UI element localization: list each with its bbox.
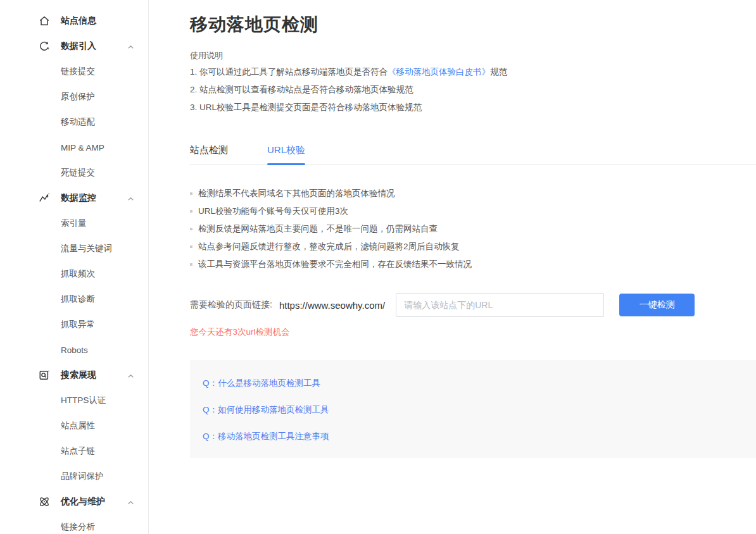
main-content: 移动落地页检测 使用说明 1. 你可以通过此工具了解站点移动端落地页是否符合《移… (190, 0, 756, 458)
sidebar-item-crawl-exception[interactable]: 抓取异常 (0, 312, 148, 337)
usage-heading: 使用说明 (190, 51, 756, 61)
instructions: 1. 你可以通过此工具了解站点移动端落地页是否符合《移动落地页体验白皮书》规范 … (190, 63, 756, 116)
site-base-url: https://www.seowhy.com/ (279, 300, 385, 311)
form-label: 需要检验的页面链接: (190, 299, 272, 311)
faq-link-what-is[interactable]: Q：什么是移动落地页检测工具 (203, 377, 756, 390)
chevron-up-icon[interactable] (127, 42, 135, 51)
faq-link-notes[interactable]: Q：移动落地页检测工具注意事项 (203, 430, 756, 443)
sidebar-item-https-certification[interactable]: HTTPS认证 (0, 388, 148, 413)
faq-link-how-to-use[interactable]: Q：如何使用移动落地页检测工具 (203, 404, 756, 416)
sidebar-item-robots[interactable]: Robots (0, 337, 148, 363)
url-check-form: 需要检验的页面链接: https://www.seowhy.com/ 一键检测 (190, 293, 756, 317)
bullet-square-icon (190, 210, 192, 213)
faq-box: Q：什么是移动落地页检测工具 Q：如何使用移动落地页检测工具 Q：移动落地页检测… (190, 360, 756, 458)
instruction-line-2: 2. 站点检测可以查看移动站点是否符合移动落地页体验规范 (190, 81, 756, 99)
sidebar-item-mobile-adaptation[interactable]: 移动适配 (0, 109, 148, 135)
sidebar-item-index-volume[interactable]: 索引量 (0, 211, 148, 236)
instruction-line-3: 3. URL校验工具是检测提交页面是否符合移动落地页体验规范 (190, 99, 756, 116)
check-button[interactable]: 一键检测 (619, 294, 695, 316)
sidebar-item-crawl-diagnosis[interactable]: 抓取诊断 (0, 287, 148, 312)
notes-list: 检测结果不代表同域名下其他页面的落地页体验情况 URL校验功能每个账号每天仅可使… (190, 185, 756, 273)
tab-site-check[interactable]: 站点检测 (190, 144, 228, 164)
sidebar-section-label: 优化与维护 (61, 496, 105, 507)
whitepaper-link[interactable]: 《移动落地页体验白皮书》 (387, 67, 490, 77)
quota-remaining-text: 您今天还有3次url检测机会 (190, 326, 756, 338)
chevron-up-icon[interactable] (127, 194, 135, 202)
sidebar-section-site-info[interactable]: 站点信息 (0, 8, 148, 34)
bullet-square-icon (190, 228, 192, 230)
sidebar-item-traffic-keywords[interactable]: 流量与关键词 (0, 236, 148, 261)
sidebar-section-label: 站点信息 (61, 15, 96, 27)
chart-icon (39, 192, 50, 204)
sidebar-item-mip-amp[interactable]: MIP & AMP (0, 135, 148, 160)
bullet-square-icon (190, 192, 192, 195)
search-display-icon (39, 369, 50, 381)
sidebar-section-search-display[interactable]: 搜索展现 (0, 363, 148, 388)
tab-url-check[interactable]: URL校验 (267, 144, 305, 164)
note-item: URL校验功能每个账号每天仅可使用3次 (190, 202, 756, 220)
tab-bar: 站点检测 URL校验 (190, 144, 756, 165)
sidebar-section-label: 数据引入 (61, 40, 96, 52)
optimize-icon (39, 496, 50, 507)
sidebar-item-brand-protection[interactable]: 品牌词保护 (0, 464, 148, 489)
note-item: 检测结果不代表同域名下其他页面的落地页体验情况 (190, 185, 756, 202)
bullet-square-icon (190, 263, 192, 266)
instruction-line-1: 1. 你可以通过此工具了解站点移动端落地页是否符合《移动落地页体验白皮书》规范 (190, 63, 756, 81)
sidebar: 站点信息 数据引入 链接提交 原创保护 移动适配 MIP & AMP 死链提交 … (0, 0, 149, 534)
page-title: 移动落地页检测 (190, 14, 756, 35)
sidebar-item-crawl-frequency[interactable]: 抓取频次 (0, 261, 148, 287)
chevron-up-icon[interactable] (127, 371, 135, 380)
sidebar-section-data-import[interactable]: 数据引入 (0, 34, 148, 59)
sidebar-section-optimization[interactable]: 优化与维护 (0, 489, 148, 514)
data-import-icon (39, 40, 50, 52)
sidebar-item-site-properties[interactable]: 站点属性 (0, 413, 148, 438)
sidebar-item-original-protection[interactable]: 原创保护 (0, 84, 148, 109)
note-item: 站点参考问题反馈进行整改，整改完成后，滤镜问题将2周后自动恢复 (190, 238, 756, 256)
bullet-square-icon (190, 245, 192, 248)
sidebar-item-link-analysis[interactable]: 链接分析 (0, 514, 148, 534)
sidebar-section-data-monitoring[interactable]: 数据监控 (0, 185, 148, 211)
sidebar-section-label: 数据监控 (61, 192, 96, 204)
note-item: 该工具与资源平台落地页体验要求不完全相同，存在反馈结果不一致情况 (190, 256, 756, 273)
sidebar-item-site-sublinks[interactable]: 站点子链 (0, 438, 148, 464)
home-icon (39, 15, 50, 27)
chevron-up-icon[interactable] (127, 498, 135, 506)
sidebar-section-label: 搜索展现 (61, 369, 96, 381)
sidebar-item-link-submission[interactable]: 链接提交 (0, 59, 148, 84)
note-item: 检测反馈是网站落地页主要问题，不是唯一问题，仍需网站自查 (190, 220, 756, 238)
url-input[interactable] (396, 293, 604, 317)
sidebar-item-dead-link-submission[interactable]: 死链提交 (0, 160, 148, 185)
